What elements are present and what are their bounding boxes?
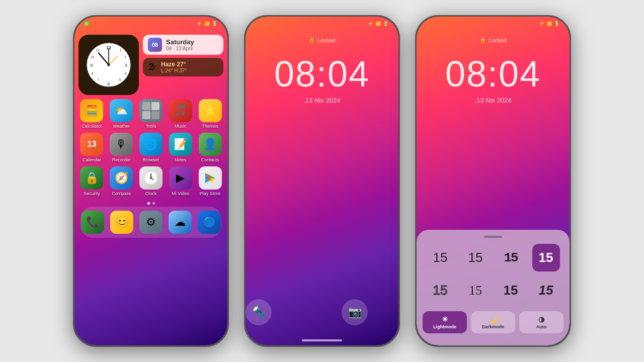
font-bold-plain[interactable]: 15 xyxy=(497,277,525,304)
app-calendar[interactable]: 13 Calendar xyxy=(78,133,105,162)
font-row-2: 15 15 15 15 xyxy=(423,277,564,304)
svg-text:10: 10 xyxy=(91,55,95,59)
app-dock: 📞 😊 ⚙ ☁ 🔵 xyxy=(80,207,221,238)
font-serif[interactable]: 15 xyxy=(462,277,490,304)
bluetooth-icon: ⚡ xyxy=(197,21,202,26)
app-notes[interactable]: 📝 Notes xyxy=(167,133,194,162)
weather-label: Weather xyxy=(113,124,130,129)
dock-settings[interactable]: ⚙ xyxy=(139,211,163,234)
darkmode-label: Darkmode xyxy=(482,324,504,329)
cloud-icon: ☁ xyxy=(169,211,192,234)
font-normal[interactable]: 15 xyxy=(462,244,490,272)
font-bold-selected[interactable]: 15 xyxy=(532,244,560,272)
weather-info: Haze 27° L:24° H:37° xyxy=(161,61,187,73)
darkmode-button[interactable]: 🌙 Darkmode xyxy=(471,311,515,333)
security-label: Security xyxy=(84,191,100,196)
font-thin[interactable]: 15 xyxy=(427,244,454,272)
calculator-icon: 🧮 xyxy=(80,99,103,122)
lock-icon: 🔒 xyxy=(308,37,315,43)
lock-time-font: 08:04 xyxy=(445,53,541,95)
auto-icon: ◑ xyxy=(538,315,544,323)
flashlight-button[interactable]: 🔦 xyxy=(246,299,272,325)
app-calculator[interactable]: 🧮 Calculator xyxy=(78,99,105,129)
dock-phone[interactable]: 📞 xyxy=(81,211,104,234)
themes-label: Themes xyxy=(202,124,218,129)
app-browser[interactable]: 🌐 Browser xyxy=(138,133,165,162)
app-compass[interactable]: 🧭 Compass xyxy=(108,166,135,196)
svg-text:8: 8 xyxy=(92,72,94,75)
dock-moji[interactable]: 😊 xyxy=(110,211,133,234)
font-picker-panel[interactable]: 15 15 15 15 15 15 xyxy=(417,230,570,345)
app-recorder[interactable]: 🎙 Recorder xyxy=(108,133,135,162)
moji-icon: 😊 xyxy=(110,211,133,234)
mode-row: ☀ Lightmode 🌙 Darkmode ◑ Auto xyxy=(423,311,564,333)
app-music[interactable]: 🎵 Music xyxy=(167,99,194,129)
svg-text:7: 7 xyxy=(98,78,100,81)
signal-icon: 📶 xyxy=(204,21,210,26)
contacts-label: Contacts xyxy=(201,157,219,162)
svg-text:6: 6 xyxy=(107,81,110,86)
app-clock[interactable]: Clock xyxy=(138,166,165,196)
app-weather[interactable]: ⛅ Weather xyxy=(108,99,135,129)
calendar-label: Calendar xyxy=(83,157,101,162)
dock-launcher[interactable]: 🔵 xyxy=(198,211,221,234)
automode-label: Auto xyxy=(536,324,547,329)
playstore-icon xyxy=(199,166,222,190)
signal-icon-font: 📶 xyxy=(546,21,552,26)
contacts-icon: 👤 xyxy=(199,133,222,156)
weather-widget[interactable]: 🌫 Haze 27° L:24° H:37° xyxy=(143,58,223,76)
font-status-icons: ⚡ 📶 🔋 xyxy=(539,21,559,26)
signal-icon-lock: 📶 xyxy=(375,21,381,26)
clock-widget[interactable]: 12 3 6 9 1 2 4 5 7 8 10 11 xyxy=(78,35,139,95)
locked-text-font: Locked xyxy=(489,37,506,43)
recorder-icon: 🎙 xyxy=(110,133,133,156)
automode-button[interactable]: ◑ Auto xyxy=(519,311,564,333)
font-outline[interactable]: 15 xyxy=(427,277,454,304)
app-themes[interactable]: 🌟 Themes xyxy=(197,99,223,129)
bluetooth-icon-lock: ⚡ xyxy=(368,21,373,26)
security-icon: 🔒 xyxy=(80,166,103,190)
status-bar-home: ⚡ 📶 🔋 xyxy=(74,17,227,31)
settings-icon: ⚙ xyxy=(139,211,163,234)
svg-text:4: 4 xyxy=(125,72,127,75)
app-contacts[interactable]: 👤 Contacts xyxy=(197,133,223,162)
app-tools[interactable]: Tools xyxy=(138,99,165,129)
weather-name: Haze 27° xyxy=(161,61,187,68)
status-bar-font: ⚡ 📶 🔋 xyxy=(417,17,570,31)
battery-icon: 🔋 xyxy=(212,21,217,26)
bluetooth-icon-font: ⚡ xyxy=(539,21,544,26)
right-widgets: 08 Saturday 04 · 13 April 🌫 Haze 27° L:2 xyxy=(143,35,223,95)
tools-label: Tools xyxy=(145,124,156,129)
app-grid-row2: 13 Calendar 🎙 Recorder 🌐 Browser 📝 Notes xyxy=(78,133,223,162)
lock-status-font: 🔒 Locked xyxy=(479,37,506,43)
font-row-1: 15 15 15 15 xyxy=(423,244,564,272)
page-dot-2 xyxy=(152,202,155,205)
page-indicator xyxy=(78,202,223,205)
page-dot-1 xyxy=(147,202,150,205)
font-italic[interactable]: 15 xyxy=(532,277,560,304)
compass-label: Compass xyxy=(112,191,131,196)
svg-point-21 xyxy=(150,177,152,179)
lightmode-button[interactable]: ☀ Lightmode xyxy=(423,311,467,333)
date-widget[interactable]: 08 Saturday 04 · 13 April xyxy=(143,35,223,55)
home-indicator-lock xyxy=(302,339,342,341)
app-mivideo[interactable]: ▶ Mi Video xyxy=(167,166,194,196)
status-dot xyxy=(85,22,89,26)
lock-icon-font: 🔒 xyxy=(479,37,487,43)
date-day-name: Saturday xyxy=(166,38,194,46)
app-grid-row3: 🔒 Security 🧭 Compass xyxy=(78,166,223,196)
lock-date-font: ,13 Nis 2024 xyxy=(474,97,511,104)
camera-button[interactable]: 📷 xyxy=(342,299,368,325)
dock-cloud[interactable]: ☁ xyxy=(169,211,192,234)
svg-text:11: 11 xyxy=(96,48,100,52)
phone-home: ⚡ 📶 🔋 12 3 6 xyxy=(73,15,229,347)
calendar-icon: 08 xyxy=(148,38,162,52)
playstore-label: Play Store xyxy=(200,191,221,196)
app-playstore[interactable]: Play Store xyxy=(197,166,223,196)
app-security[interactable]: 🔒 Security xyxy=(78,166,105,196)
clock-app-icon xyxy=(139,166,163,190)
compass-icon: 🧭 xyxy=(110,166,133,190)
music-icon: 🎵 xyxy=(169,99,192,122)
svg-text:5: 5 xyxy=(119,78,121,81)
font-rounded[interactable]: 15 xyxy=(497,244,525,272)
